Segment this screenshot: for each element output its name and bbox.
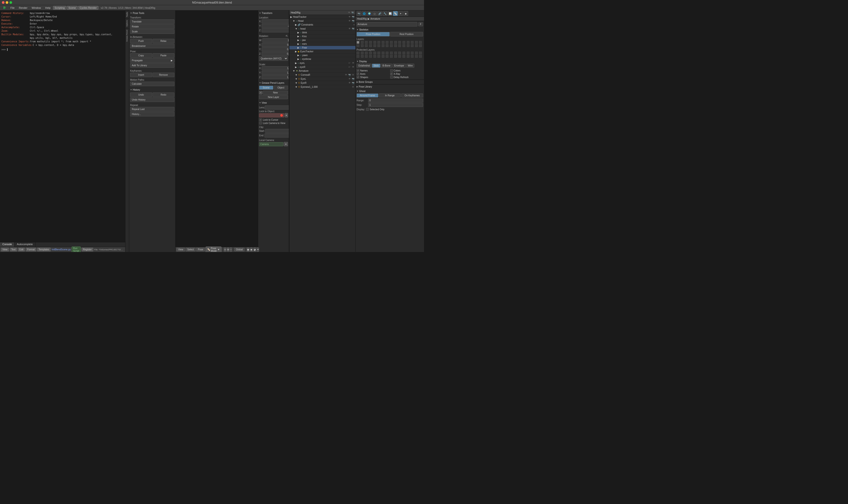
translate-button[interactable]: Translate: [130, 19, 174, 24]
outliner-item-eyeR-mesh[interactable]: ▼ ▽ EyeR 👁 📷: [289, 81, 355, 85]
outliner-item-eyeR[interactable]: ▶ ○ eyeR ↩ 👁: [289, 65, 355, 69]
prot-layer-22[interactable]: [377, 55, 380, 58]
layer-2[interactable]: [361, 41, 364, 44]
outliner-item-eyebrow[interactable]: ▶ ○ eyebrow: [289, 57, 355, 61]
props-material-icon[interactable]: ◆: [403, 11, 408, 16]
view-menu-btn[interactable]: View: [177, 248, 185, 251]
outliner-item-eyelL[interactable]: ▶ ○ eyeL ↩ 👁: [289, 61, 355, 65]
script-view-btn[interactable]: View: [1, 248, 9, 251]
layer-5[interactable]: [373, 41, 376, 44]
outliner-item-eyelL-mesh[interactable]: ▼ ▽ EyeL 👁 📷: [289, 77, 355, 81]
scale-z-input[interactable]: [262, 75, 289, 79]
prot-layer-7[interactable]: [382, 52, 384, 54]
props-modifier-icon[interactable]: 🔧: [383, 11, 387, 16]
prot-layer-20[interactable]: [369, 55, 372, 58]
layer-13[interactable]: [407, 41, 410, 44]
location-y-input[interactable]: [262, 24, 289, 28]
workspace-selector[interactable]: Scripting: [53, 6, 67, 10]
ghost-range-input[interactable]: [368, 98, 423, 103]
script-templates-btn[interactable]: Templates: [37, 248, 51, 251]
props-object-icon[interactable]: ◻: [372, 11, 377, 16]
layer-4[interactable]: [369, 41, 372, 44]
clip-end-input[interactable]: [265, 133, 289, 138]
layer-30[interactable]: [411, 44, 414, 47]
rotation-z-input[interactable]: [262, 52, 289, 56]
layer-7[interactable]: [382, 41, 384, 44]
location-x-input[interactable]: [262, 19, 289, 23]
layer-10[interactable]: [394, 41, 397, 44]
scene-selector[interactable]: Scene: [67, 6, 77, 10]
propagate-button[interactable]: Propagate ▶: [130, 58, 174, 63]
rotation-x-input[interactable]: [262, 43, 289, 47]
clip-start-input[interactable]: [265, 129, 289, 133]
script-format-btn[interactable]: Format: [26, 248, 36, 251]
prot-layer-19[interactable]: [365, 55, 368, 58]
props-world-icon[interactable]: 🌍: [367, 11, 372, 16]
selected-only-checkbox[interactable]: [366, 108, 369, 111]
tab-console[interactable]: Console: [0, 242, 14, 247]
gp-object-tab[interactable]: Object: [274, 86, 288, 90]
outliner-item-cornear[interactable]: ▼ ▽ CorneaR 👁 📷 ⚙: [289, 73, 355, 77]
prot-layer-28[interactable]: [402, 55, 405, 58]
props-armature-icon[interactable]: 🦴: [393, 11, 398, 16]
outliner-item-constraints[interactable]: ▶ 🔗 Constraints •: [289, 23, 355, 27]
prot-layer-4[interactable]: [369, 52, 372, 54]
pose-menu-btn[interactable]: Pose: [196, 248, 205, 251]
layer-27[interactable]: [398, 44, 401, 47]
layer-22[interactable]: [377, 44, 380, 47]
layer-29[interactable]: [407, 44, 410, 47]
tab-autocomplete[interactable]: Autocomplete: [14, 242, 35, 247]
lens-input[interactable]: [265, 106, 289, 110]
rotate-button[interactable]: Rotate: [130, 24, 174, 29]
scale-y-input[interactable]: [262, 71, 289, 75]
rotation-mode-select[interactable]: Quaternion (WXYZ) XYZ Euler Axis Angle: [259, 56, 288, 61]
render-engine-selector[interactable]: Cycles Render: [78, 6, 98, 10]
scale-x-input[interactable]: [262, 66, 289, 70]
gp-add-icon[interactable]: +: [259, 91, 263, 94]
layer-19[interactable]: [365, 44, 368, 47]
prot-layer-21[interactable]: [373, 55, 376, 58]
display-envelope[interactable]: Envelope: [393, 64, 406, 68]
layer-21[interactable]: [373, 44, 376, 47]
viewport-shade-btn[interactable]: ◉: [250, 248, 253, 252]
props-scene-icon[interactable]: 🌐: [362, 11, 366, 16]
axes-checkbox[interactable]: [357, 72, 359, 75]
insert-keyframe-button[interactable]: Insert: [130, 73, 152, 77]
outliner-item-yawn[interactable]: ▶ ○ yawn: [289, 53, 355, 57]
console-prompt[interactable]: >>>: [1, 48, 124, 51]
outliner-item-headtracker[interactable]: ▶ HeadTracker 👁 📷: [289, 15, 355, 19]
props-constraints-icon[interactable]: 🔗: [377, 11, 382, 16]
layer-12[interactable]: [402, 41, 405, 44]
outliner-item-head[interactable]: ▼ ○ Head 👁 📷: [289, 19, 355, 23]
menu-file[interactable]: File: [8, 6, 17, 10]
pivot-btn[interactable]: ⊙: [224, 248, 226, 252]
props-render-icon[interactable]: 📷: [357, 11, 361, 16]
pose-library-header[interactable]: Pose Library: [357, 86, 423, 88]
push-button[interactable]: Push: [130, 39, 152, 43]
register-button[interactable]: Register: [82, 248, 93, 251]
select-menu-btn[interactable]: Select: [186, 248, 196, 251]
repeat-last-button[interactable]: Repeat Last: [130, 107, 174, 111]
add-to-library-button[interactable]: Add To Library: [130, 63, 174, 68]
paste-pose-button[interactable]: Paste: [152, 53, 175, 58]
layer-15[interactable]: [415, 41, 418, 44]
prot-layer-8[interactable]: [386, 52, 389, 54]
prot-layer-17[interactable]: [357, 55, 359, 58]
colors-checkbox[interactable]: [390, 69, 393, 72]
maximize-button[interactable]: [10, 1, 12, 4]
location-z-input[interactable]: [262, 29, 289, 32]
prot-layer-11[interactable]: [398, 52, 401, 54]
undo-history-button[interactable]: Undo History: [130, 97, 174, 102]
display-octahedral[interactable]: Octahedral: [357, 64, 372, 68]
breakdowner-button[interactable]: Breakdowner: [130, 44, 174, 48]
prot-layer-6[interactable]: [377, 52, 380, 54]
outliner-view-icon[interactable]: 👁: [347, 11, 350, 14]
layer-28[interactable]: [402, 44, 405, 47]
lock-object-clear[interactable]: ✕: [285, 113, 288, 118]
scale-button[interactable]: Scale: [130, 29, 174, 34]
armature-name-input[interactable]: [357, 22, 417, 26]
outliner-item-eyestracker[interactable]: ▶ ◆ EyesTracker: [289, 50, 355, 53]
camera-input[interactable]: Camera: [259, 142, 283, 146]
prot-layer-10[interactable]: [394, 52, 397, 54]
props-particles-icon[interactable]: ✦: [398, 11, 403, 16]
